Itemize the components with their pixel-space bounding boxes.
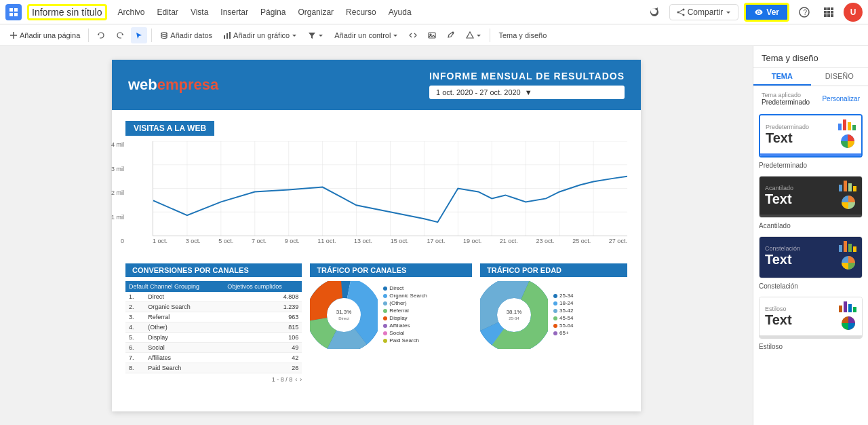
svg-marker-27 bbox=[467, 32, 473, 38]
svg-rect-22 bbox=[224, 35, 225, 39]
ver-button[interactable]: Ver bbox=[744, 3, 789, 22]
menu-vista[interactable]: Vista bbox=[185, 5, 214, 20]
svg-point-9 bbox=[758, 11, 760, 13]
svg-rect-18 bbox=[824, 14, 827, 17]
toolbar-separator-2 bbox=[151, 29, 152, 42]
svg-rect-12 bbox=[824, 7, 827, 10]
trafico-canales-section: TRÁFICO POR CANALES 31,3% Direct bbox=[310, 263, 472, 383]
table-row: 1.Direct4.808 bbox=[125, 292, 302, 302]
add-chart-button[interactable]: Añadir un gráfico bbox=[219, 29, 301, 41]
theme-estiloso-card[interactable]: Estiloso Text bbox=[759, 297, 863, 339]
svg-rect-2 bbox=[9, 13, 13, 16]
add-filter-button[interactable] bbox=[304, 29, 328, 41]
acantilado-name: Acantilado bbox=[753, 221, 868, 234]
tab-diseno[interactable]: DISEÑO bbox=[811, 68, 869, 86]
code-button[interactable] bbox=[405, 29, 421, 41]
menu-recurso[interactable]: Recurso bbox=[340, 5, 382, 20]
menu-editar[interactable]: Editar bbox=[152, 5, 184, 20]
report-logo: web empresa bbox=[128, 76, 218, 94]
canales-pie-chart: 31,3% Direct bbox=[310, 281, 378, 349]
toolbar-separator-1 bbox=[88, 29, 89, 42]
table-col2: Objetivos cumplidos bbox=[224, 281, 302, 292]
date-range-value: 1 oct. 2020 - 27 oct. 2020 bbox=[436, 88, 521, 96]
menu-insertar[interactable]: Insertar bbox=[215, 5, 254, 20]
svg-text:38,1%: 38,1% bbox=[507, 309, 522, 315]
logo-area: Informe sin título bbox=[5, 4, 107, 20]
menu-archivo[interactable]: Archivo bbox=[113, 5, 151, 20]
x-1oct: 1 oct. bbox=[153, 238, 167, 244]
trafico-edad-pie: 38,1% 25-34 25-34 18-24 35-42 45-54 55-6… bbox=[480, 281, 627, 349]
undo-button[interactable] bbox=[93, 27, 109, 43]
refresh-button[interactable] bbox=[645, 3, 664, 22]
svg-line-7 bbox=[678, 10, 684, 12]
svg-rect-15 bbox=[824, 11, 827, 14]
svg-text:Direct: Direct bbox=[339, 316, 350, 320]
theme-applied-name: Predeterminado bbox=[762, 98, 810, 106]
panel-tabs: TEMA DISEÑO bbox=[753, 68, 868, 86]
theme-info: Tema aplicado Predeterminado Personaliza… bbox=[753, 86, 868, 111]
x-19oct: 19 oct. bbox=[463, 238, 481, 244]
constelacion-name: Constelación bbox=[753, 281, 868, 294]
canales-legend: Direct Organic Search (Other) Referral D… bbox=[383, 285, 427, 345]
user-avatar[interactable]: U bbox=[844, 3, 863, 22]
share-button[interactable]: Compartir bbox=[669, 4, 739, 20]
next-page-button[interactable]: › bbox=[300, 376, 302, 383]
image-button[interactable] bbox=[424, 29, 440, 41]
menu-ayuda[interactable]: Ayuda bbox=[383, 5, 417, 20]
draw-button[interactable] bbox=[443, 29, 459, 41]
theme-acantilado-card[interactable]: Acantilado Text bbox=[759, 176, 863, 218]
predeterminado-name: Predeterminado bbox=[753, 160, 868, 173]
menu-bar: Archivo Editar Vista Insertar Página Org… bbox=[113, 5, 417, 20]
svg-rect-16 bbox=[827, 11, 830, 14]
table-row: 4.(Other)815 bbox=[125, 322, 302, 333]
tab-tema[interactable]: TEMA bbox=[753, 68, 811, 86]
customize-link[interactable]: Personalizar bbox=[822, 95, 860, 103]
y-axis-labels: 4 mil 3 mil 2 mil 1 mil 0 bbox=[101, 141, 124, 244]
grid-button[interactable] bbox=[819, 3, 838, 22]
x-3oct: 3 oct. bbox=[186, 238, 201, 244]
menu-organizar[interactable]: Organizar bbox=[292, 5, 339, 20]
svg-rect-23 bbox=[226, 33, 228, 39]
canvas-area[interactable]: web empresa INFORME MENSUAL DE RESULTADO… bbox=[0, 46, 753, 425]
svg-rect-19 bbox=[827, 14, 830, 17]
line-chart bbox=[153, 141, 627, 236]
table-row: 8.Paid Search26 bbox=[125, 363, 302, 373]
cursor-select-button[interactable] bbox=[131, 27, 147, 43]
svg-text:?: ? bbox=[804, 9, 808, 16]
y-label-0: 0 bbox=[101, 238, 124, 244]
date-range-arrow: ▼ bbox=[525, 88, 532, 96]
share-label: Compartir bbox=[688, 7, 724, 17]
svg-rect-0 bbox=[9, 8, 13, 12]
main-layout: web empresa INFORME MENSUAL DE RESULTADO… bbox=[0, 46, 868, 425]
table-row: 2.Organic Search1.239 bbox=[125, 302, 302, 312]
report-header: web empresa INFORME MENSUAL DE RESULTADO… bbox=[112, 60, 641, 110]
x-17oct: 17 oct. bbox=[427, 238, 445, 244]
bottom-sections: CONVERSIONES POR CANALES Default Channel… bbox=[112, 255, 641, 391]
theme-predeterminado-card[interactable]: Predeterminado Text bbox=[759, 114, 863, 158]
add-control-button[interactable]: Añadir un control bbox=[330, 29, 402, 41]
prev-page-button[interactable]: ‹ bbox=[295, 376, 297, 383]
date-range-selector[interactable]: 1 oct. 2020 - 27 oct. 2020 ▼ bbox=[429, 86, 625, 99]
svg-rect-14 bbox=[831, 7, 833, 10]
menu-pagina[interactable]: Página bbox=[255, 5, 291, 20]
conversiones-table: Default Channel Grouping Objetivos cumpl… bbox=[125, 281, 302, 373]
edad-pie-chart: 38,1% 25-34 bbox=[480, 281, 548, 349]
svg-point-57 bbox=[500, 301, 528, 329]
help-button[interactable]: ? bbox=[795, 3, 814, 22]
report-title-area: INFORME MENSUAL DE RESULTADOS 1 oct. 202… bbox=[429, 71, 625, 99]
toolbar: Añadir una página Añadir datos Añadir un… bbox=[0, 24, 868, 46]
svg-rect-13 bbox=[827, 7, 830, 10]
shape-button[interactable] bbox=[462, 29, 486, 41]
table-col1: Default Channel Grouping bbox=[125, 281, 224, 292]
y-label-2mil: 2 mil bbox=[101, 189, 124, 196]
conversiones-title: CONVERSIONES POR CANALES bbox=[125, 263, 302, 277]
add-page-button[interactable]: Añadir una página bbox=[5, 29, 84, 41]
theme-constelacion-card[interactable]: Constelación Text bbox=[759, 236, 863, 278]
ver-label: Ver bbox=[766, 7, 779, 17]
pagination-text: 1 - 8 / 8 bbox=[272, 376, 293, 383]
app-logo-icon bbox=[5, 4, 22, 20]
redo-button[interactable] bbox=[112, 27, 128, 43]
toolbar-separator-3 bbox=[490, 29, 490, 42]
theme-design-button[interactable]: Tema y diseño bbox=[494, 29, 551, 41]
add-data-button[interactable]: Añadir datos bbox=[156, 29, 216, 41]
